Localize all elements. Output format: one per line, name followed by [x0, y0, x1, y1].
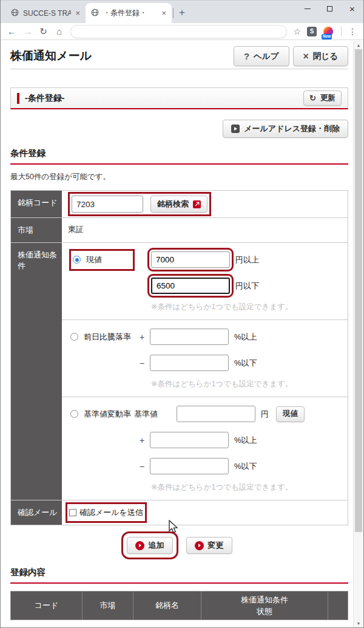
column-header-action [328, 592, 348, 619]
current-price-group: 現値 円以上 円以下 ※条件はどちらか1つでも設定できます。 [62, 243, 348, 319]
tab-strip: SUCCE-S TRADE × ・条件登録・ × + × [1, 0, 363, 23]
condition-note: ※条件はどちらか1つでも設定できます。 [151, 379, 348, 389]
browser-window: SUCCE-S TRADE × ・条件登録・ × + × ← → ↻ ⌂ ☆ S… [0, 0, 364, 628]
extension-new-badge: New [322, 34, 332, 39]
column-header-condition-status: 株価通知条件 状態 [201, 592, 328, 619]
form-heading: 条件登録 [10, 148, 348, 165]
day-change-group: 前日比騰落率 + %以上 − %以下 ※条件はどちらか1つでも設定 [62, 319, 348, 397]
confirm-mail-checkbox[interactable] [69, 509, 76, 516]
browser-menu-icon[interactable]: ⋮ [346, 27, 359, 36]
day-change-minus-input[interactable] [150, 355, 229, 371]
current-price-radio-label: 現値 [86, 254, 102, 265]
plus-sign: + [134, 332, 150, 342]
percent-or-more-label: %以上 [234, 435, 257, 446]
column-header-code: コード [11, 592, 83, 619]
minus-sign: − [134, 358, 150, 368]
plus-sign: + [134, 435, 150, 445]
percent-or-less-label: %以下 [234, 358, 257, 369]
scroll-up-icon[interactable]: ▲ [354, 41, 363, 49]
base-change-minus-input[interactable] [150, 458, 229, 474]
yen-label: 円 [261, 409, 269, 420]
scrollbar-thumb[interactable] [355, 49, 362, 532]
conditions-label: 株価通知条件 [11, 243, 62, 500]
address-bar[interactable] [70, 25, 287, 38]
reload-icon[interactable]: ↻ [36, 26, 50, 37]
minimize-icon [305, 9, 311, 9]
price-upper-input[interactable] [151, 251, 230, 268]
minimize-button[interactable] [296, 1, 318, 17]
new-tab-button[interactable]: + [179, 7, 185, 18]
toolbar-separator [341, 27, 342, 36]
back-icon[interactable]: ← [5, 26, 19, 36]
tab-close-icon[interactable]: × [75, 9, 80, 17]
globe-icon [91, 9, 99, 18]
add-button[interactable]: 追加 [127, 537, 173, 554]
yen-or-less-label: 円以下 [235, 281, 259, 292]
home-icon[interactable]: ⌂ [52, 26, 66, 36]
current-value-button[interactable]: 現値 [276, 406, 305, 422]
refresh-icon: ↻ [309, 94, 316, 103]
market-row: 市場 東証 [11, 218, 348, 243]
globe-icon [11, 9, 19, 18]
window-controls: × [296, 1, 363, 17]
refresh-button[interactable]: ↻ 更新 [303, 90, 342, 106]
price-lower-input[interactable] [151, 278, 230, 294]
external-link-icon [193, 200, 201, 208]
section-title: -条件登録- [25, 93, 64, 104]
page-content: 株価通知メール ? ヘルプ × 閉じる -条件登録- ↻ 更新 [1, 40, 353, 628]
question-icon: ? [244, 51, 249, 61]
stock-code-annotation: 銘柄検索 [72, 196, 207, 213]
max-registration-note: 最大50件の登録が可能です。 [10, 172, 348, 182]
stock-code-row: 銘柄コード 銘柄検索 [11, 191, 348, 218]
confirm-mail-checkbox-label: 確認メールを送信 [79, 507, 143, 518]
tab-title: ・条件登録・ [103, 8, 157, 18]
base-change-radio-label: 基準値変動率 [84, 409, 131, 420]
tab-close-icon[interactable]: × [161, 9, 166, 17]
base-change-plus-input[interactable] [150, 432, 229, 448]
forward-icon[interactable]: → [21, 26, 35, 36]
base-change-group: 基準値変動率 基準値 円 現値 + [62, 397, 348, 500]
close-page-button[interactable]: × 閉じる [293, 46, 348, 66]
bookmark-star-icon[interactable]: ☆ [291, 27, 303, 36]
extension-camera-icon[interactable]: New [323, 27, 333, 36]
percent-or-less-label: %以下 [234, 461, 257, 472]
condition-note: ※条件はどちらか1つでも設定できます。 [151, 482, 348, 493]
play-square-icon [231, 125, 240, 133]
market-value: 東証 [62, 218, 348, 242]
help-button[interactable]: ? ヘルプ [234, 46, 289, 66]
day-change-radio-label: 前日比騰落率 [84, 332, 131, 343]
stock-search-button[interactable]: 銘柄検索 [150, 196, 207, 213]
page-scrollbar[interactable]: ▲ ▼ [353, 41, 363, 627]
page-header: 株価通知メール ? ヘルプ × 閉じる [10, 40, 348, 69]
current-price-annotation: 現値 [73, 253, 131, 267]
day-change-radio[interactable] [70, 333, 78, 341]
current-price-radio[interactable] [73, 256, 81, 264]
market-label: 市場 [11, 218, 62, 242]
mail-address-button[interactable]: メールアドレス登録・削除 [223, 120, 348, 138]
action-buttons: 追加 変更 [10, 537, 348, 554]
day-change-plus-input[interactable] [150, 329, 229, 345]
base-value-label: 基準値 [134, 409, 177, 420]
maximize-icon [327, 6, 332, 12]
conditions-row: 株価通知条件 現値 円以上 [11, 243, 348, 500]
section-header: -条件登録- ↻ 更新 [10, 87, 348, 109]
tab-jouken-touroku[interactable]: ・条件登録・ × [86, 3, 172, 23]
mouse-cursor [168, 520, 180, 537]
close-window-button[interactable]: × [341, 1, 363, 17]
extension-s-icon[interactable]: S [307, 27, 317, 36]
tab-succe-s-trade[interactable]: SUCCE-S TRADE × [5, 3, 86, 23]
stock-code-label: 銘柄コード [11, 191, 62, 217]
change-button[interactable]: 変更 [186, 537, 232, 554]
red-bar [17, 93, 19, 104]
close-icon: × [303, 51, 309, 62]
yen-or-more-label: 円以上 [235, 254, 259, 265]
scroll-down-icon[interactable]: ▼ [354, 619, 363, 627]
base-change-radio[interactable] [70, 410, 78, 418]
mail-address-row: メールアドレス登録・削除 [10, 120, 348, 138]
confirm-mail-annotation: 確認メールを送信 [69, 506, 143, 519]
base-value-input[interactable] [177, 406, 255, 422]
stock-code-input[interactable] [72, 196, 143, 213]
tab-separator [173, 8, 174, 18]
registered-heading: 登録内容 [10, 567, 348, 584]
maximize-button[interactable] [318, 1, 341, 17]
